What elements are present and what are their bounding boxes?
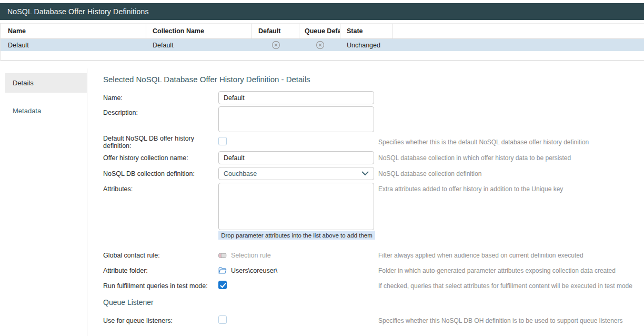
queue-listener-section: Queue Listener bbox=[103, 298, 644, 307]
description-label: Description: bbox=[103, 106, 218, 116]
row-cell-state: Unchanged bbox=[340, 39, 393, 51]
form-row-attribute-folder: Attribute folder: Users\coreuser\ Folder… bbox=[103, 265, 644, 276]
name-label: Name: bbox=[103, 94, 218, 102]
panel-titlebar: NoSQL Database Offer History Definitions bbox=[0, 3, 644, 20]
attributes-listbox[interactable] bbox=[218, 183, 374, 230]
collection-definition-select[interactable]: Couchbase bbox=[218, 167, 374, 180]
global-contact-rule-label: Global contact rule: bbox=[103, 252, 218, 259]
name-input[interactable] bbox=[218, 91, 374, 104]
selection-rule-icon bbox=[218, 253, 227, 259]
definitions-table: Name Collection Name Default Queue Defa.… bbox=[0, 23, 644, 61]
use-for-queue-description: Specifies whether this NoSQL DB OH defin… bbox=[378, 317, 622, 324]
column-header-collection-name[interactable]: Collection Name bbox=[146, 24, 252, 38]
use-for-queue-checkbox[interactable] bbox=[218, 315, 227, 324]
attributes-label: Attributes: bbox=[103, 183, 218, 193]
detail-tab-strip: Details Metadata bbox=[0, 68, 87, 336]
global-contact-rule-description: Filter always applied when audience base… bbox=[378, 252, 583, 259]
details-section-title: Selected NoSQL Database Offer History De… bbox=[103, 75, 644, 84]
attribute-folder-label: Attribute folder: bbox=[103, 267, 218, 274]
form-row-global-contact-rule: Global contact rule: Selection rule Filt… bbox=[103, 250, 644, 261]
form-row-collection-name: Offer history collection name: NoSQL dat… bbox=[103, 151, 644, 164]
form-row-description: Description: bbox=[103, 106, 644, 132]
table-empty-row bbox=[1, 51, 644, 61]
form-row-test-mode: Run fulfillment queries in test mode: If… bbox=[103, 281, 644, 291]
form-row-use-for-queue: Use for queue listeners: Specifies wheth… bbox=[103, 315, 644, 326]
form-row-name: Name: bbox=[103, 91, 644, 104]
attributes-drop-hint: Drop parameter attributes into the list … bbox=[218, 231, 375, 240]
test-mode-description: If checked, queries that select attribut… bbox=[378, 282, 632, 290]
use-for-queue-label: Use for queue listeners: bbox=[103, 317, 218, 324]
circle-x-icon bbox=[316, 41, 325, 50]
collection-name-input[interactable] bbox=[218, 151, 374, 164]
folder-open-icon bbox=[218, 267, 227, 274]
default-definition-label: Default NoSQL DB offer history definitio… bbox=[103, 135, 218, 150]
column-header-filler bbox=[393, 24, 644, 38]
tab-metadata[interactable]: Metadata bbox=[5, 101, 87, 121]
column-header-queue-default[interactable]: Queue Defa... bbox=[299, 24, 340, 38]
default-definition-description: Specifies whether this is the default No… bbox=[378, 139, 589, 146]
table-row-selected[interactable]: Default Default Unchanged bbox=[1, 39, 644, 51]
collection-name-description: NoSQL database collection in which offer… bbox=[378, 154, 571, 162]
form-row-default-definition: Default NoSQL DB offer history definitio… bbox=[103, 137, 644, 147]
column-header-state[interactable]: State bbox=[340, 24, 393, 38]
row-cell-default bbox=[252, 39, 299, 51]
collection-definition-description: NoSQL database collection definition bbox=[378, 170, 481, 177]
global-contact-rule-value[interactable]: Selection rule bbox=[231, 252, 271, 259]
attribute-folder-value[interactable]: Users\coreuser\ bbox=[231, 267, 277, 274]
form-row-collection-definition: NoSQL DB collection definition: Couchbas… bbox=[103, 167, 644, 180]
row-cell-collection-name: Default bbox=[146, 39, 252, 51]
collection-name-label: Offer history collection name: bbox=[103, 154, 218, 162]
tab-metadata-label: Metadata bbox=[13, 107, 41, 115]
queue-listener-title: Queue Listener bbox=[103, 298, 154, 307]
tab-details[interactable]: Details bbox=[5, 73, 87, 93]
chevron-down-icon bbox=[361, 171, 369, 176]
table-header-row: Name Collection Name Default Queue Defa.… bbox=[1, 23, 644, 39]
description-textarea[interactable] bbox=[218, 106, 374, 132]
column-header-name[interactable]: Name bbox=[1, 24, 146, 38]
collection-definition-label: NoSQL DB collection definition: bbox=[103, 170, 218, 177]
default-definition-checkbox[interactable] bbox=[218, 137, 227, 145]
panel-title: NoSQL Database Offer History Definitions bbox=[7, 7, 149, 16]
attribute-folder-description: Folder in which auto-generated parameter… bbox=[378, 267, 616, 274]
tab-details-label: Details bbox=[13, 79, 34, 87]
test-mode-checkbox[interactable] bbox=[218, 281, 227, 289]
collection-definition-value: Couchbase bbox=[224, 170, 257, 177]
details-panel: Selected NoSQL Database Offer History De… bbox=[103, 75, 644, 326]
app-window: NoSQL Database Offer History Definitions… bbox=[0, 0, 644, 336]
circle-x-icon bbox=[271, 41, 280, 50]
column-header-default[interactable]: Default bbox=[252, 24, 299, 38]
row-cell-queue-default bbox=[299, 39, 340, 51]
test-mode-label: Run fulfillment queries in test mode: bbox=[103, 282, 218, 290]
attributes-description: Extra attributes added to offer history … bbox=[378, 183, 563, 193]
form-row-attributes: Attributes: Drop parameter attributes in… bbox=[103, 183, 644, 240]
row-cell-name: Default bbox=[1, 39, 146, 51]
row-cell-filler bbox=[393, 39, 644, 51]
